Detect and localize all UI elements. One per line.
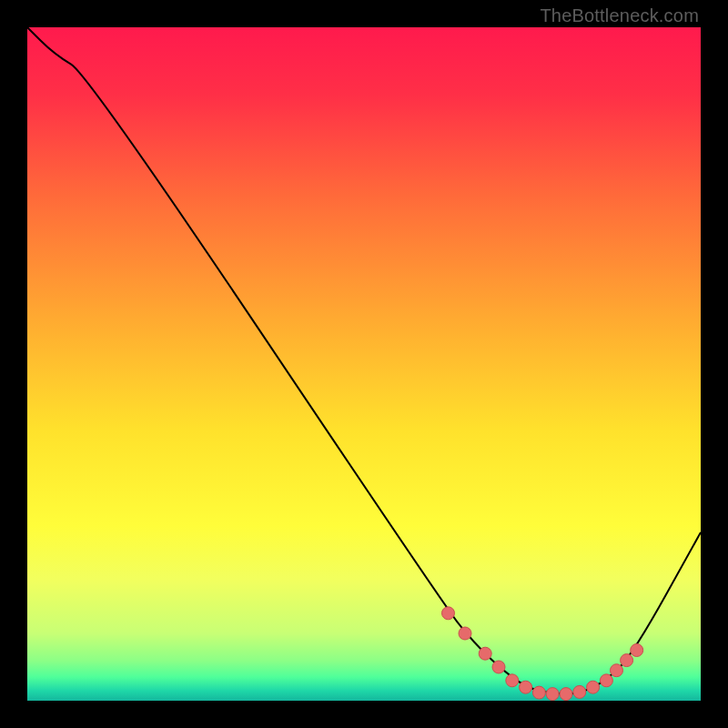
highlight-dot — [560, 688, 572, 701]
highlight-dot — [631, 644, 643, 657]
highlight-dot — [442, 607, 455, 620]
highlight-dot — [621, 654, 633, 667]
highlight-dot — [532, 686, 545, 699]
attribution-label: TheBottleneck.com — [540, 5, 699, 26]
chart-svg — [27, 27, 701, 701]
highlight-dot — [573, 685, 586, 698]
highlight-dot — [459, 627, 471, 640]
highlight-dot — [611, 664, 623, 677]
highlight-dot — [479, 647, 491, 660]
highlight-dot — [492, 661, 505, 673]
highlight-dot — [587, 681, 600, 693]
highlight-dot — [600, 674, 612, 687]
highlight-dot — [520, 681, 532, 693]
highlight-dot — [506, 674, 519, 687]
chart-frame: TheBottleneck.com — [0, 0, 728, 728]
plot-area — [27, 27, 701, 701]
gradient-background — [27, 27, 701, 701]
highlight-dot — [546, 688, 559, 701]
